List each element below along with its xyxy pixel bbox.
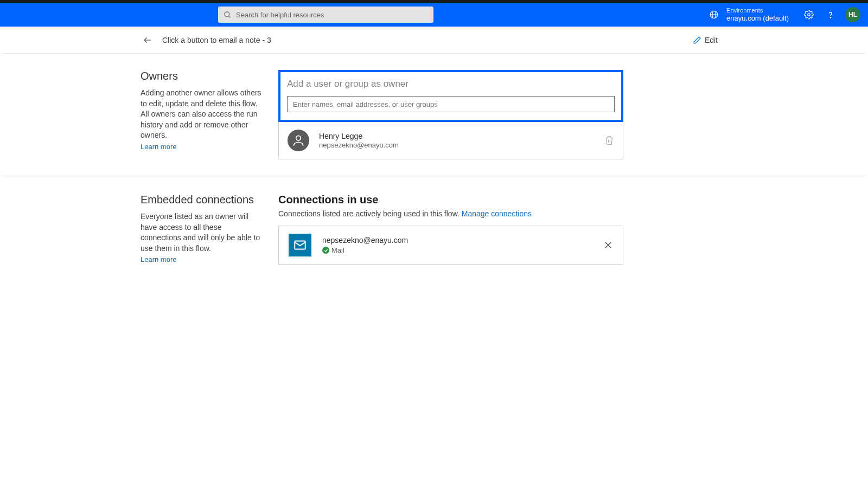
connections-in-use-heading: Connections in use [278, 194, 623, 206]
connections-learn-more-link[interactable]: Learn more [141, 255, 176, 264]
embedded-connections-description: Everyone listed as an owner will have ac… [141, 211, 262, 254]
environment-selector[interactable]: Environments enayu.com (default) [726, 7, 789, 23]
mail-connector-icon [289, 234, 311, 256]
embedded-connections-heading: Embedded connections [141, 194, 262, 206]
svg-point-8 [296, 136, 301, 140]
environment-name: enayu.com (default) [726, 14, 789, 23]
owners-heading: Owners [141, 70, 262, 82]
edit-label: Edit [705, 36, 718, 44]
help-icon[interactable] [824, 8, 838, 22]
edit-button[interactable]: Edit [693, 36, 718, 44]
owner-name: Henry Legge [319, 132, 595, 140]
svg-point-0 [225, 11, 229, 16]
connection-row: nepsezekno@enayu.com Mail [278, 226, 623, 265]
connections-subtext: Connections listed are actively being us… [278, 209, 623, 218]
close-icon [603, 240, 613, 250]
back-button[interactable] [143, 35, 152, 45]
check-icon [322, 247, 329, 254]
remove-connection-button[interactable] [603, 240, 613, 250]
page-title: Click a button to email a note - 3 [162, 36, 693, 44]
search-icon [224, 11, 232, 19]
svg-line-1 [228, 16, 230, 17]
owner-email: nepsezekno@enayu.com [319, 141, 595, 149]
manage-connections-link[interactable]: Manage connections [462, 209, 532, 218]
top-nav: Environments enayu.com (default) HL [0, 3, 868, 27]
add-owner-panel: Add a user or group as owner [278, 70, 623, 122]
owner-row: Henry Legge nepsezekno@enayu.com [278, 122, 623, 159]
pencil-icon [693, 36, 701, 44]
add-owner-input[interactable] [287, 96, 615, 112]
connection-type: Mail [331, 246, 344, 254]
user-avatar[interactable]: HL [845, 7, 860, 22]
environment-label: Environments [726, 7, 789, 14]
environment-icon[interactable] [709, 10, 719, 20]
connection-email: nepsezekno@enayu.com [322, 236, 592, 245]
search-input[interactable] [236, 11, 428, 19]
owners-learn-more-link[interactable]: Learn more [141, 143, 176, 151]
svg-point-6 [830, 17, 831, 18]
sub-header: Click a button to email a note - 3 Edit [3, 27, 865, 54]
svg-point-5 [808, 14, 810, 16]
add-owner-title: Add a user or group as owner [287, 79, 615, 89]
person-icon [288, 130, 309, 151]
settings-icon[interactable] [802, 8, 816, 22]
search-box[interactable] [218, 7, 433, 23]
trash-icon [604, 136, 614, 145]
owners-description: Adding another owner allows others to ed… [141, 88, 262, 141]
delete-owner-button[interactable] [604, 136, 614, 145]
